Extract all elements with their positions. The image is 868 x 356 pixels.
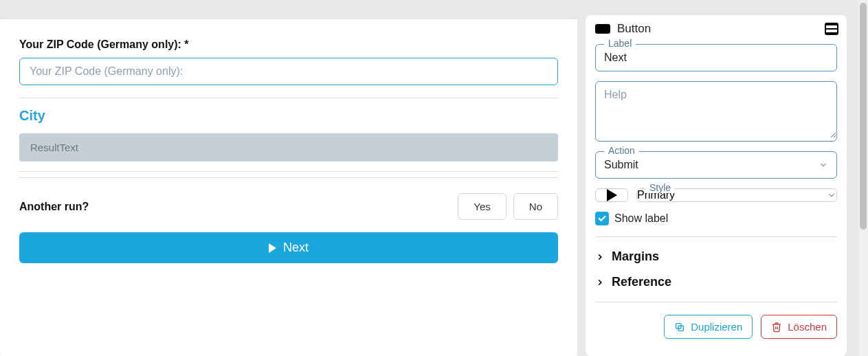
- divider-double: [19, 171, 558, 178]
- show-label-text: Show label: [614, 212, 668, 225]
- yes-button[interactable]: Yes: [458, 193, 506, 220]
- city-label: City: [19, 108, 558, 124]
- element-type-label: Button: [617, 22, 819, 36]
- help-textarea[interactable]: [596, 82, 836, 138]
- action-field[interactable]: Action Submit: [595, 151, 837, 179]
- divider: [595, 302, 837, 302]
- duplicate-button[interactable]: Duplizieren: [664, 315, 753, 339]
- margins-section-toggle[interactable]: Margins: [595, 244, 837, 269]
- delete-label: Löschen: [788, 321, 827, 333]
- next-button-label: Next: [283, 241, 309, 255]
- properties-panel: Button Label Action Submit: [586, 15, 847, 356]
- style-field[interactable]: Style Primary: [636, 188, 837, 202]
- label-field[interactable]: Label: [595, 44, 837, 71]
- divider: [19, 98, 558, 98]
- margins-title: Margins: [612, 249, 659, 264]
- preview-play-button[interactable]: [595, 188, 628, 202]
- next-button[interactable]: Next: [19, 232, 558, 263]
- scrollbar-thumb[interactable]: [860, 3, 867, 230]
- chevron-right-icon: [595, 278, 605, 287]
- trash-icon: [771, 322, 782, 333]
- style-legend: Style: [645, 182, 675, 193]
- zip-input[interactable]: [19, 58, 558, 85]
- chevron-down-icon: [819, 160, 828, 170]
- scrollbar-track[interactable]: [858, 0, 868, 356]
- reference-section-toggle[interactable]: Reference: [595, 269, 837, 295]
- chevron-down-icon: [827, 190, 836, 200]
- zip-label: Your ZIP Code (Germany only): *: [19, 38, 558, 51]
- form-preview-panel: Your ZIP Code (Germany only): * City Res…: [0, 19, 577, 356]
- duplicate-label: Duplizieren: [691, 321, 742, 333]
- play-icon: [269, 243, 276, 253]
- delete-button[interactable]: Löschen: [761, 315, 837, 339]
- button-element-icon: [595, 24, 610, 34]
- reference-title: Reference: [612, 275, 671, 289]
- copy-icon: [674, 322, 685, 333]
- play-icon: [607, 189, 617, 201]
- help-field[interactable]: [595, 81, 837, 142]
- action-legend: Action: [604, 145, 639, 156]
- another-run-label: Another run?: [19, 201, 89, 213]
- divider: [595, 236, 837, 237]
- chevron-right-icon: [595, 252, 605, 262]
- city-result-text: ResultText: [19, 133, 558, 162]
- action-value: Submit: [604, 159, 638, 171]
- label-legend: Label: [604, 38, 636, 49]
- list-icon[interactable]: [826, 24, 837, 34]
- show-label-checkbox[interactable]: [595, 212, 609, 225]
- no-button[interactable]: No: [513, 193, 558, 220]
- check-icon: [598, 214, 605, 221]
